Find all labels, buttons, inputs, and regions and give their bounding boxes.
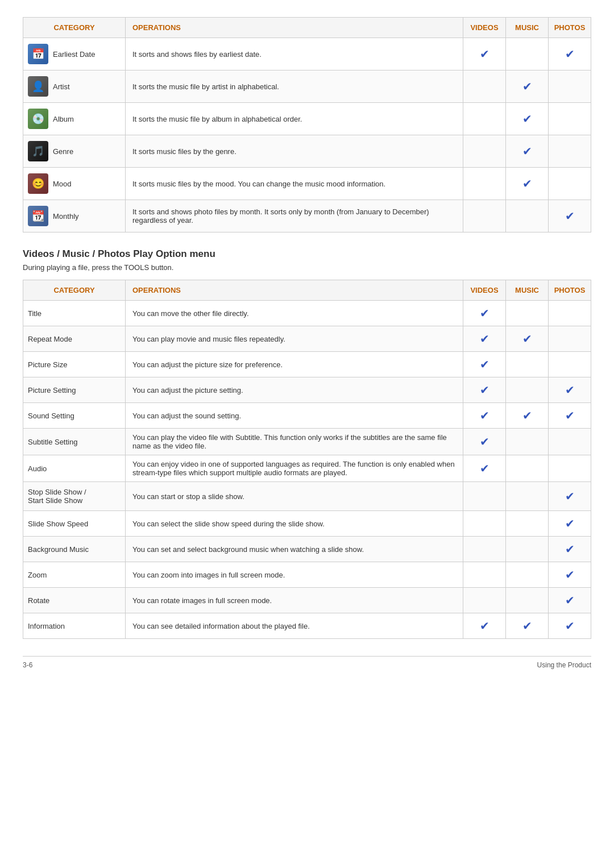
table-row: 🎵 Genre It sorts music files by the genr… [23,135,591,168]
photos-check [549,455,591,482]
photos-check [549,103,591,135]
music-check [506,482,549,511]
category-label: Mood [53,180,72,188]
category-cell: 💿 Album [23,103,126,135]
mood-icon: 😊 [28,173,48,194]
category-cell: 👤 Artist [23,70,126,103]
videos-check: ✔ [463,301,506,326]
table-row: Information You can see detailed informa… [23,613,591,639]
category-cell: 🎵 Genre [23,135,126,168]
music-check [506,588,549,613]
category-cell: Repeat Mode [23,326,126,352]
videos-check [463,135,506,168]
category-cell: Picture Size [23,352,126,377]
category-label: Artist [53,82,70,91]
music-check: ✔ [506,135,549,168]
footer-label: Using the Product [537,661,591,669]
category-cell: Audio [23,455,126,482]
table-row: Stop Slide Show /Start Slide Show You ca… [23,482,591,511]
table-row: 📅 Earliest Date It sorts and shows files… [23,38,591,70]
operations-cell: You can adjust the picture size for pref… [126,352,463,377]
videos-check: ✔ [463,403,506,429]
operations-cell: You can enjoy video in one of supported … [126,455,463,482]
videos-check [463,562,506,588]
music-check [506,511,549,537]
th-videos-2: VIDEOS [463,280,506,301]
th-music-1: MUSIC [506,18,549,38]
operations-cell: You can play the video file with Subtitl… [126,429,463,455]
photos-check: ✔ [549,377,591,403]
table-2: CATEGORY OPERATIONS VIDEOS MUSIC PHOTOS … [23,280,591,639]
category-cell: 📆 Monthly [23,200,126,232]
th-photos-1: PHOTOS [549,18,591,38]
monthly-icon: 📆 [28,206,48,226]
photos-check: ✔ [549,562,591,588]
category-cell: 📅 Earliest Date [23,38,126,70]
photos-check [549,301,591,326]
category-cell: Rotate [23,588,126,613]
category-cell: 😊 Mood [23,168,126,200]
photos-check: ✔ [549,588,591,613]
videos-check [463,511,506,537]
photos-check: ✔ [549,38,591,70]
section2-title: Videos / Music / Photos Play Option menu [23,248,591,260]
page-footer: 3-6 Using the Product [23,656,591,669]
videos-check [463,482,506,511]
table-row: Subtitle Setting You can play the video … [23,429,591,455]
th-videos-1: VIDEOS [463,18,506,38]
section2-subtitle: During playing a file, press the TOOLS b… [23,263,591,272]
music-check [506,429,549,455]
operations-cell: You can start or stop a slide show. [126,482,463,511]
category-cell: Title [23,301,126,326]
th-music-2: MUSIC [506,280,549,301]
table-row: Audio You can enjoy video in one of supp… [23,455,591,482]
photos-check: ✔ [549,482,591,511]
table-row: Sound Setting You can adjust the sound s… [23,403,591,429]
operations-cell: You can adjust the sound setting. [126,403,463,429]
videos-check [463,103,506,135]
category-cell: Picture Setting [23,377,126,403]
videos-check: ✔ [463,613,506,639]
category-cell: Background Music [23,537,126,562]
table-row: Slide Show Speed You can select the slid… [23,511,591,537]
videos-check: ✔ [463,352,506,377]
music-check [506,455,549,482]
operations-cell: You can select the slide show speed duri… [126,511,463,537]
operations-cell: You can rotate images in full screen mod… [126,588,463,613]
photos-check [549,70,591,103]
operations-cell: It sorts and shows files by earliest dat… [126,38,463,70]
videos-check [463,200,506,232]
operations-cell: It sorts music files by the mood. You ca… [126,168,463,200]
music-check: ✔ [506,613,549,639]
operations-cell: It sorts the music file by album in alph… [126,103,463,135]
category-cell: Stop Slide Show /Start Slide Show [23,482,126,511]
music-check: ✔ [506,326,549,352]
category-cell: Slide Show Speed [23,511,126,537]
videos-check: ✔ [463,429,506,455]
category-label: Album [53,115,74,123]
music-check: ✔ [506,403,549,429]
operations-cell: You can play movie and music files repea… [126,326,463,352]
th-category-2: CATEGORY [23,280,126,301]
table-row: Picture Size You can adjust the picture … [23,352,591,377]
table-row: Zoom You can zoom into images in full sc… [23,562,591,588]
photos-check [549,135,591,168]
photos-check: ✔ [549,511,591,537]
videos-check: ✔ [463,455,506,482]
videos-check: ✔ [463,38,506,70]
table-row: Title You can move the other file direct… [23,301,591,326]
photos-check [549,168,591,200]
operations-cell: You can move the other file directly. [126,301,463,326]
photos-check: ✔ [549,200,591,232]
music-check [506,562,549,588]
album-icon: 💿 [28,109,48,129]
th-photos-2: PHOTOS [549,280,591,301]
table-row: Picture Setting You can adjust the pictu… [23,377,591,403]
table-row: 📆 Monthly It sorts and shows photo files… [23,200,591,232]
th-operations-2: OPERATIONS [126,280,463,301]
videos-check [463,537,506,562]
photos-check: ✔ [549,613,591,639]
music-check: ✔ [506,70,549,103]
table-1: CATEGORY OPERATIONS VIDEOS MUSIC PHOTOS … [23,17,591,232]
th-operations-1: OPERATIONS [126,18,463,38]
